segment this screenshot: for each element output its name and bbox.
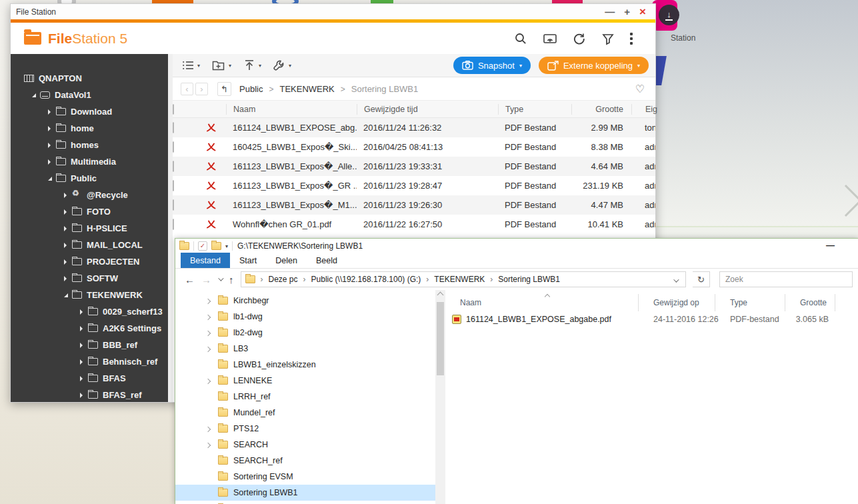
- sidebar-tree-item[interactable]: Public: [11, 170, 173, 187]
- explorer-tree-item[interactable]: PTS12: [175, 421, 435, 437]
- maximize-button[interactable]: +: [624, 7, 630, 17]
- column-header-type[interactable]: Type: [715, 294, 785, 311]
- explorer-tree-item[interactable]: LBWB1_einzelskizzen: [175, 357, 435, 373]
- row-checkbox[interactable]: [173, 199, 174, 211]
- explorer-tree-item[interactable]: lb2-dwg: [175, 325, 435, 341]
- create-folder-button[interactable]: ▾: [212, 60, 231, 71]
- column-header-name[interactable]: Naam: [445, 294, 639, 311]
- scroll-up-icon[interactable]: [437, 292, 444, 299]
- view-mode-button[interactable]: ▾: [182, 60, 200, 71]
- file-table-row[interactable]: 161123_LBWB1_Expos�_GR ... 2016/11/23 19…: [173, 176, 655, 195]
- explorer-titlebar[interactable]: ✓ ▾ G:\TEKENWERK\Sortering LBWB1 —: [175, 239, 858, 253]
- column-header-name[interactable]: Naam: [226, 104, 357, 115]
- ribbon-tab[interactable]: Beeld: [307, 253, 347, 268]
- sidebar-tree-item[interactable]: BFAS: [11, 370, 173, 387]
- file-table-row[interactable]: 161123_LBWB1_Expos�_Alle... 2016/11/23 1…: [173, 157, 655, 176]
- sidebar-tree-item[interactable]: home: [11, 120, 173, 137]
- ribbon-tab[interactable]: Start: [230, 253, 266, 268]
- tree-expander-icon[interactable]: [48, 109, 55, 115]
- remote-cast-icon[interactable]: [543, 32, 557, 45]
- external-link-button[interactable]: Externe koppeling ▾: [539, 57, 649, 74]
- explorer-tree-item[interactable]: LB3: [175, 341, 435, 357]
- tree-expander-icon[interactable]: [48, 177, 55, 181]
- tree-expander-icon[interactable]: [48, 143, 55, 148]
- tree-expander-icon[interactable]: [80, 376, 87, 381]
- column-header-owner[interactable]: Eig: [631, 104, 657, 115]
- scrollbar-thumb[interactable]: [437, 302, 444, 375]
- explorer-minimize-button[interactable]: —: [826, 240, 835, 250]
- file-list-row[interactable]: 161124_LBWB1_EXPOSE_abgabe.pdf 24-11-201…: [445, 311, 858, 327]
- search-input[interactable]: Zoek: [719, 271, 853, 287]
- tree-expander-icon[interactable]: [206, 328, 218, 337]
- ribbon-tab[interactable]: Bestand: [181, 253, 230, 268]
- nav-forward-icon[interactable]: →: [201, 275, 211, 285]
- tree-expander-icon[interactable]: [206, 440, 218, 449]
- tree-expander-icon[interactable]: [80, 309, 87, 315]
- sidebar-tree-item[interactable]: PROJECTEN: [11, 253, 173, 270]
- sidebar-tree-item[interactable]: BBB_ref: [11, 337, 173, 353]
- explorer-tree-item[interactable]: Mundel_ref: [175, 405, 435, 421]
- nav-history-chevron-icon[interactable]: [218, 275, 223, 281]
- address-crumb[interactable]: Public (\\192.168.178.100) (G:): [298, 275, 421, 284]
- sidebar-tree-item[interactable]: DataVol1: [11, 87, 173, 103]
- row-checkbox[interactable]: [173, 122, 174, 133]
- quick-access-newfolder-icon[interactable]: [211, 242, 221, 250]
- history-back-button[interactable]: ‹: [181, 83, 193, 95]
- ribbon-tab[interactable]: Delen: [266, 253, 307, 268]
- tree-expander-icon[interactable]: [64, 293, 71, 297]
- explorer-tree-item[interactable]: Sortering EVSM: [175, 469, 435, 485]
- tree-expander-icon[interactable]: [206, 424, 218, 433]
- sidebar-tree-item[interactable]: BFAS_ref: [11, 387, 173, 402]
- tree-expander-icon[interactable]: [48, 126, 55, 131]
- sidebar-tree-item[interactable]: Multimedia: [11, 153, 173, 170]
- upload-button[interactable]: ▾: [243, 59, 261, 71]
- file-table-row[interactable]: 160425_LBWB1_Expos�_Ski... 2016/04/25 08…: [173, 137, 655, 157]
- explorer-tree-item[interactable]: LRRH_ref: [175, 389, 435, 405]
- tree-expander-icon[interactable]: [64, 259, 71, 265]
- row-checkbox[interactable]: [173, 180, 174, 191]
- tree-expander-icon[interactable]: [80, 393, 87, 398]
- tree-expander-icon[interactable]: [64, 226, 71, 231]
- tree-expander-icon[interactable]: [80, 359, 87, 365]
- download-station-icon[interactable]: ↓: [659, 5, 679, 25]
- file-table-row[interactable]: Wohnfl�chen GR_01.pdf 2016/11/22 16:27:5…: [173, 215, 655, 234]
- select-all-checkbox[interactable]: [173, 104, 174, 115]
- address-dropdown-chevron-icon[interactable]: [668, 273, 683, 285]
- sidebar-tree-item[interactable]: QNAPTON: [11, 70, 173, 87]
- sidebar-tree-item[interactable]: FOTO: [11, 203, 173, 220]
- explorer-tree-item[interactable]: Kirchbegr: [175, 293, 435, 309]
- minimize-button[interactable]: —: [605, 7, 615, 17]
- column-header-modified[interactable]: Gewijzigd op: [639, 294, 715, 311]
- close-button[interactable]: ×: [639, 6, 646, 17]
- tree-expander-icon[interactable]: [80, 326, 87, 331]
- tree-expander-icon[interactable]: [64, 193, 71, 198]
- breadcrumb-item[interactable]: Public: [239, 84, 263, 94]
- refresh-icon[interactable]: [573, 32, 586, 45]
- tree-expander-icon[interactable]: [64, 243, 71, 248]
- address-box[interactable]: Deze pcPublic (\\192.168.178.100) (G:)TE…: [241, 271, 687, 287]
- sidebar-tree-item[interactable]: SOFTW: [11, 270, 173, 287]
- sidebar-tree-item[interactable]: Behnisch_ref: [11, 353, 173, 370]
- row-checkbox[interactable]: [173, 141, 174, 153]
- breadcrumb-item[interactable]: TEKENWERK: [263, 84, 334, 94]
- column-header-size[interactable]: Grootte: [785, 294, 835, 311]
- tree-expander-icon[interactable]: [206, 344, 218, 353]
- row-checkbox[interactable]: [173, 219, 174, 230]
- tree-expander-icon[interactable]: [64, 209, 71, 215]
- quick-access-properties-icon[interactable]: ✓: [198, 241, 207, 251]
- more-options-icon[interactable]: [630, 33, 633, 45]
- nav-up-icon[interactable]: ↑: [229, 275, 234, 285]
- address-crumb[interactable]: TEKENWERK: [421, 275, 485, 284]
- favorite-heart-icon[interactable]: ♡: [635, 83, 645, 95]
- column-header-modified[interactable]: Gewijzigde tijd: [357, 104, 498, 115]
- search-icon[interactable]: [514, 32, 527, 45]
- tree-expander-icon[interactable]: [206, 376, 218, 385]
- sidebar-tree-item[interactable]: homes: [11, 137, 173, 153]
- sidebar-tree-item[interactable]: TEKENWERK: [11, 287, 173, 303]
- snapshot-button[interactable]: Snapshot ▾: [453, 57, 531, 74]
- nav-back-icon[interactable]: ←: [185, 275, 195, 285]
- explorer-tree-item[interactable]: Sortering ZSDB35: [175, 501, 435, 504]
- sidebar-tree-item[interactable]: @Recycle: [11, 187, 173, 203]
- address-crumb[interactable]: Sortering LBWB1: [485, 275, 560, 284]
- go-up-button[interactable]: ↰: [217, 82, 231, 96]
